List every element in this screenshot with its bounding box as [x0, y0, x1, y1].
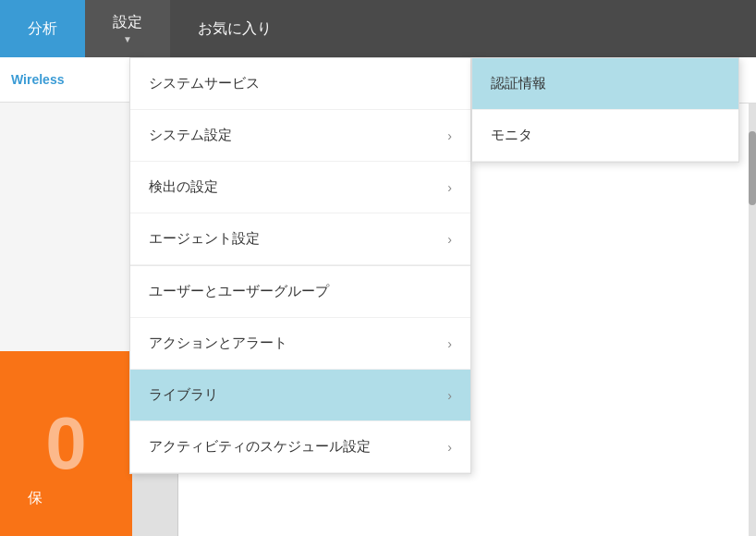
sidebar-wireless-label: Wireless: [11, 72, 64, 87]
submenu-item-auth-info[interactable]: 認証情報: [472, 58, 738, 110]
dropdown-item-users-groups[interactable]: ユーザーとユーザーグループ: [130, 266, 470, 318]
submenu-label-monitor: モニタ: [491, 127, 532, 144]
nav-item-favorites[interactable]: お気に入り: [170, 0, 299, 57]
dropdown-label-system-services: システムサービス: [149, 75, 260, 92]
submenu-item-monitor[interactable]: モニタ: [472, 110, 738, 162]
dropdown-item-agent-settings[interactable]: エージェント設定 ›: [130, 213, 470, 265]
arrow-icon: ›: [447, 232, 452, 247]
nav-label-settings: 設定: [113, 13, 142, 32]
dropdown-item-library[interactable]: ライブラリ ›: [130, 370, 470, 421]
dropdown-item-actions-alerts[interactable]: アクションとアラート ›: [130, 318, 470, 370]
arrow-icon: ›: [447, 180, 452, 195]
dropdown-item-system-services[interactable]: システムサービス: [130, 58, 470, 110]
orange-number: 0: [45, 401, 87, 486]
dropdown-label-detection-settings: 検出の設定: [149, 178, 218, 196]
scrollbar[interactable]: [749, 104, 756, 536]
submenu-label-auth-info: 認証情報: [491, 75, 546, 92]
orange-section: 0: [0, 351, 132, 536]
nav-label-favorites: お気に入り: [198, 19, 272, 39]
dropdown-label-users-groups: ユーザーとユーザーグループ: [149, 283, 329, 300]
dropdown-label-system-settings: システム設定: [149, 127, 232, 144]
dropdown-item-activity-schedule[interactable]: アクティビティのスケジュール設定 ›: [130, 421, 470, 473]
dropdown-label-actions-alerts: アクションとアラート: [149, 335, 287, 352]
dropdown-item-detection-settings[interactable]: 検出の設定 ›: [130, 162, 470, 213]
submenu: 認証情報 モニタ: [471, 57, 739, 163]
arrow-icon: ›: [447, 388, 452, 403]
scrollbar-thumb[interactable]: [749, 131, 756, 205]
arrow-icon: ›: [447, 440, 452, 455]
dropdown-item-system-settings[interactable]: システム設定 ›: [130, 110, 470, 162]
dropdown-menu: システムサービス システム設定 › 検出の設定 › エージェント設定 › ユーザ…: [129, 57, 471, 474]
arrow-icon: ›: [447, 336, 452, 351]
chevron-down-icon: ▼: [123, 34, 132, 44]
dropdown-label-activity-schedule: アクティビティのスケジュール設定: [149, 438, 371, 456]
dropdown-label-agent-settings: エージェント設定: [149, 230, 260, 248]
preserve-label: 保: [28, 489, 43, 508]
sidebar-item-wireless[interactable]: Wireless: [0, 57, 131, 103]
nav-label-analysis: 分析: [28, 19, 57, 39]
nav-item-settings[interactable]: 設定 ▼: [85, 0, 170, 57]
nav-item-analysis[interactable]: 分析: [0, 0, 85, 57]
dropdown-label-library: ライブラリ: [149, 386, 218, 404]
top-navigation: 分析 設定 ▼ お気に入り: [0, 0, 756, 57]
arrow-icon: ›: [447, 128, 452, 143]
